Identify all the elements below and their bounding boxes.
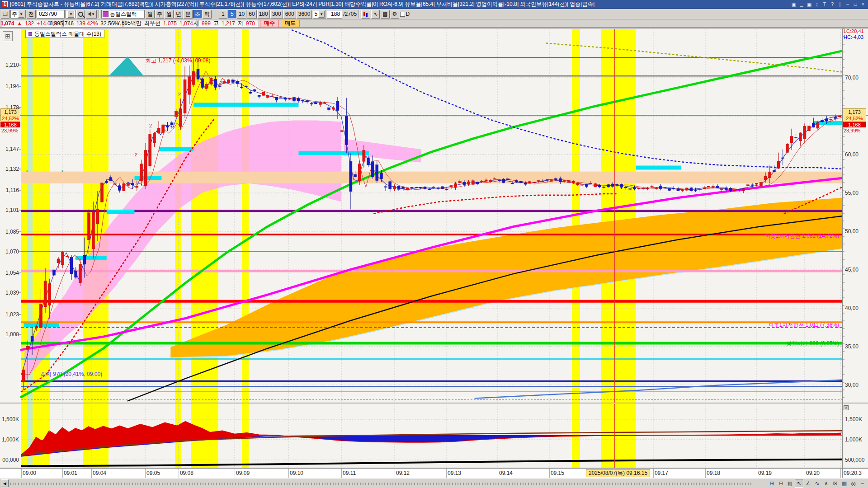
tool-icon-5[interactable]: ∿ — [813, 479, 821, 488]
tool-icon-10[interactable]: − — [858, 479, 867, 488]
tool-icon-9[interactable]: ◎ — [849, 479, 858, 488]
volume-axis-tick-right: 500,000 — [845, 457, 864, 463]
axis-separator — [62, 469, 63, 479]
signal-star-marker: * — [61, 169, 63, 176]
grid-toggle-icon[interactable]: ⊞ — [3, 31, 13, 41]
axis-separator — [446, 469, 447, 479]
last-time-label: 09:20:3 — [844, 470, 862, 476]
left-axis-tick: 1,116 — [0, 187, 19, 193]
left-axis-tick: 1,070 — [0, 249, 19, 255]
count-marker: 2 — [178, 92, 181, 97]
time-axis-label: 09:04 — [93, 470, 106, 476]
left-axis-tick: 1,132 — [0, 166, 19, 172]
chart-annotation: 당일시가 999 (6,05%) — [786, 340, 839, 347]
left-axis-tick: 1,147 — [0, 146, 19, 152]
volume-axis-tick-right: 1,000K — [845, 436, 862, 443]
right-axis-tick: 40,00 — [845, 305, 859, 311]
left-axis-tick: 1,054 — [0, 270, 19, 276]
count-marker: 2 — [220, 80, 222, 85]
left-axis-divider — [21, 29, 21, 478]
bottom-scrollbar-row: ◀ ⊞⊟▨↖∠∿∧⊠▦◎−+A — [0, 478, 868, 488]
time-axis-label: 09:14 — [499, 470, 513, 476]
time-axis-label: 09:12 — [396, 470, 410, 476]
right-axis-tick: 35,00 — [845, 343, 859, 350]
tool-icon-8[interactable]: ▦ — [840, 479, 849, 488]
volume-axis-tick-right: 1,500K — [845, 416, 862, 422]
count-marker: 2 — [149, 123, 152, 128]
indicator-legend[interactable]: 동일스틸럭스 매물대 수(13) — [25, 30, 104, 38]
scrollbar-track[interactable] — [10, 483, 751, 485]
highlight-stripe — [33, 29, 50, 468]
scroll-left-button[interactable]: ◀ — [1, 479, 9, 487]
highlight-stripe — [21, 29, 27, 468]
time-axis-label: 09:01 — [64, 470, 77, 476]
time-axis-label: 09:13 — [448, 470, 461, 476]
volume-axis-tick-left: 1,000K — [0, 436, 19, 443]
signal-star-marker: * — [26, 169, 28, 176]
legend-label: 동일스틸럭스 매물대 수(13) — [34, 30, 101, 38]
time-axis-label: 09:09 — [236, 470, 250, 476]
right-axis-tick: 60,00 — [845, 151, 859, 158]
tool-icon-0[interactable]: ⊞ — [768, 479, 776, 488]
left-axis-tick: 1,039 — [0, 290, 19, 296]
axis-separator — [288, 469, 289, 479]
axis-separator — [235, 469, 235, 479]
right-axis-tick: 45,00 — [845, 267, 859, 273]
time-axis-label: 09:18 — [707, 470, 720, 476]
time-axis-label: 09:00 — [23, 470, 36, 476]
right-axis-tick: 50,00 — [845, 228, 859, 235]
highlight-stripe — [242, 29, 249, 468]
axis-separator — [653, 469, 654, 479]
tool-icon-1[interactable]: ⊟ — [777, 479, 785, 488]
volume-axis-tick-left: 00,000 — [0, 457, 19, 463]
chart-canvas[interactable] — [0, 0, 868, 488]
time-axis-label: 09:05 — [146, 470, 160, 476]
drawing-tools-strip: ⊞⊟▨↖∠∿∧⊠▦◎−+A — [768, 479, 868, 488]
chart-annotation: 피봇2차저항선 1,081 (14,72%) — [765, 232, 839, 240]
count-marker: 2 — [135, 152, 137, 157]
right-axis-tick: 70,00 — [845, 75, 859, 81]
current-price-box-right: 1,17324,52% — [843, 108, 866, 122]
chart-annotation: 최저 970 (20,41%, 09:00) — [41, 371, 102, 378]
right-axis-divider — [842, 29, 843, 478]
time-axis-label: 09:19 — [758, 470, 772, 476]
tool-icon-4[interactable]: ∠ — [804, 479, 812, 488]
chart-annotation: 최고 1,217 (-4,03%, 09:08) — [146, 57, 210, 65]
close-pct-left: 23,99% — [1, 128, 18, 133]
tool-icon-2[interactable]: ▨ — [786, 479, 794, 488]
axis-separator — [705, 469, 706, 479]
axis-separator — [805, 469, 805, 479]
axis-separator — [21, 469, 22, 479]
legend-color-chip — [28, 32, 32, 36]
axis-separator — [341, 469, 342, 479]
left-axis-tick: 1,008 — [0, 331, 19, 338]
left-axis-tick: 1,023 — [0, 311, 19, 318]
tool-icon-3[interactable]: ↖ — [795, 479, 803, 488]
time-axis-label: 09:11 — [343, 470, 356, 476]
hc-label: HC:-4,03 — [844, 34, 863, 40]
time-axis-label: 09:15 — [551, 470, 564, 476]
time-axis: 2025/08/07(목) 09:16:15 09:20:3 09:0009:0… — [0, 468, 868, 478]
app-window: 1 [0601] 주식종합차트 - 유통비율[67.2] 거래대금[7,682(… — [0, 0, 868, 488]
time-axis-label: 09:10 — [290, 470, 303, 476]
time-axis-label: 09:17 — [655, 470, 668, 476]
lc-label: LC:20,41 — [844, 28, 864, 34]
chart-annotation: 피봇1차저항선 1,011 (7,36%) — [769, 321, 840, 329]
left-axis-tick: 1,085 — [0, 229, 19, 235]
volume-axis-tick-left: 1,500K — [0, 416, 19, 422]
right-axis-tick: 55,00 — [845, 190, 859, 196]
axis-separator — [395, 469, 395, 479]
right-axis-tick: 30,00 — [845, 382, 859, 388]
volume-pane-close-icon[interactable]: × — [844, 405, 849, 410]
tool-icon-6[interactable]: ∧ — [822, 479, 830, 488]
crosshair-datetime-box: 2025/08/07(목) 09:16:15 — [586, 469, 650, 477]
time-axis-label: 09:08 — [180, 470, 193, 476]
axis-separator — [498, 469, 498, 479]
axis-separator — [179, 469, 179, 479]
highlight-stripe — [191, 29, 218, 468]
axis-separator — [757, 469, 757, 479]
tool-icon-7[interactable]: ⊠ — [831, 479, 840, 488]
axis-separator — [549, 469, 550, 479]
axis-separator — [91, 469, 92, 479]
left-axis-tick: 1,178 — [0, 104, 19, 111]
